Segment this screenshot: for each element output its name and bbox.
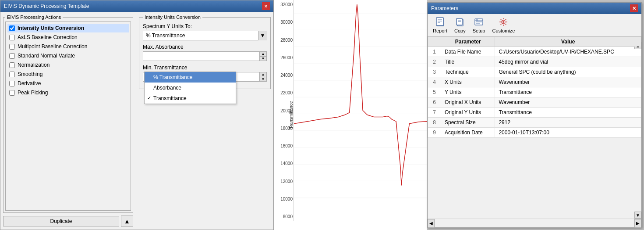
checkbox-item-cb7[interactable]: Derivative	[7, 79, 129, 88]
spectrum-y-select-wrapper: % Transmittance Absorbance Transmittance…	[143, 31, 267, 40]
checkbox-cb3[interactable]	[9, 44, 15, 50]
table-row: 6Original X UnitsWavenumber	[428, 97, 641, 108]
max-absorbance-down-btn[interactable]: ▼	[260, 57, 266, 61]
col-parameter-header: Parameter	[441, 37, 495, 47]
params-title-bar: Parameters ✕	[428, 3, 641, 14]
checkbox-cb8[interactable]	[9, 90, 15, 96]
chart-area: 3200030000280002600024000220002000018000…	[274, 0, 427, 230]
row-value: C:/Users/Usuario/Desktop/UV-IR/CHEXANE.S…	[495, 47, 641, 57]
dropdown-item[interactable]: Transmittance	[145, 93, 236, 104]
y-axis-label: 26000	[275, 55, 293, 60]
y-axis-label: 22000	[275, 90, 293, 95]
row-parameter: Spectral Size	[441, 118, 495, 128]
report-svg-icon	[435, 17, 445, 27]
min-transmittance-up-btn[interactable]: ▲	[260, 72, 266, 77]
copy-label: Copy	[454, 28, 466, 33]
col-value-header: Value	[495, 37, 641, 47]
checkbox-item-cb3[interactable]: Multipoint Baseline Correction	[7, 42, 129, 51]
checkbox-cb6[interactable]	[9, 72, 15, 77]
y-axis-label: 8000	[275, 214, 293, 219]
col-num-header	[428, 37, 441, 47]
dropdown-item[interactable]: % Transmittance	[145, 72, 236, 83]
section-legend: EIViS Processing Actions	[5, 14, 63, 20]
duplicate-button[interactable]: Duplicate	[3, 216, 119, 226]
bottom-buttons: Duplicate ▲	[3, 216, 133, 227]
row-parameter: Acquisition Date	[441, 128, 495, 138]
customize-icon	[498, 17, 509, 27]
row-value: Transmittance	[495, 87, 641, 97]
row-value: Transmittance	[495, 108, 641, 118]
checkbox-item-cb4[interactable]: Standard Normal Variate	[7, 51, 129, 60]
checkbox-cb2[interactable]	[9, 35, 15, 40]
scroll-left-button[interactable]: ◀	[428, 219, 435, 228]
window-close-button[interactable]: ×	[262, 2, 270, 10]
row-parameter: Original X Units	[441, 97, 495, 108]
checkbox-item-cb6[interactable]: Smoothing	[7, 70, 129, 79]
row-parameter: X Units	[441, 77, 495, 87]
checkbox-cb4[interactable]	[9, 53, 15, 59]
checkbox-cb1[interactable]	[9, 25, 15, 31]
move-up-button[interactable]: ▲	[121, 216, 133, 227]
up-arrow-icon: ▲	[124, 218, 130, 225]
report-button[interactable]: Report	[431, 16, 449, 34]
checkbox-cb5[interactable]	[9, 62, 15, 68]
copy-button[interactable]: Copy	[453, 16, 467, 34]
max-absorbance-spinner: 4.00 ▲ ▼	[143, 51, 267, 61]
processing-window: EIViS Dynamic Processing Template × EIVi…	[0, 0, 274, 230]
row-value: Wavenumber	[495, 97, 641, 108]
checkbox-label-cb8: Peak Picking	[18, 90, 48, 96]
customize-label: Customize	[492, 28, 515, 33]
y-axis-label: 14000	[275, 161, 293, 166]
svg-rect-16	[436, 18, 443, 25]
row-number: 2	[428, 57, 441, 67]
table-row: 9Acquisition Date2000-01-10T13:07:00	[428, 128, 641, 138]
customize-button[interactable]: Customize	[490, 16, 517, 34]
checkbox-label-cb6: Smoothing	[18, 71, 42, 77]
spectrum-y-label: Spectrum Y Units To:	[143, 23, 267, 29]
table-row: 8Spectral Size2912	[428, 118, 641, 128]
report-label: Report	[433, 28, 447, 33]
svg-line-38	[506, 19, 506, 20]
parameters-window: Parameters ✕ Report	[427, 2, 642, 228]
checkbox-cb7[interactable]	[9, 81, 15, 86]
checkbox-label-cb4: Standard Normal Variate	[18, 53, 75, 59]
row-parameter: Original Y Units	[441, 108, 495, 118]
setup-button[interactable]: Setup	[471, 16, 487, 34]
max-absorbance-input[interactable]: 4.00	[143, 52, 259, 61]
checkbox-item-cb1[interactable]: Intensity Units Conversion	[7, 24, 129, 32]
dropdown-item[interactable]: Absorbance	[145, 83, 236, 93]
min-transmittance-label: Min. Transmittance	[143, 65, 267, 71]
svg-rect-26	[476, 20, 478, 21]
table-row: 7Original Y UnitsTransmittance	[428, 108, 641, 118]
checkbox-item-cb5[interactable]: Normalization	[7, 61, 129, 69]
setup-svg-icon	[474, 17, 484, 27]
min-transmittance-down-btn[interactable]: ▼	[260, 77, 266, 82]
spectrum-y-select[interactable]: % Transmittance Absorbance Transmittance	[143, 31, 267, 40]
table-row: 2Title45deg mirror and vial	[428, 57, 641, 67]
y-axis-label: 10000	[275, 197, 293, 201]
y-axis-label: 24000	[275, 73, 293, 78]
customize-svg-icon	[499, 17, 508, 27]
params-close-button[interactable]: ✕	[630, 4, 638, 12]
checkbox-item-cb8[interactable]: Peak Picking	[7, 88, 129, 97]
checkbox-item-cb2[interactable]: AsLS Baseline Correction	[7, 33, 129, 42]
left-panel: EIViS Processing Actions Intensity Units…	[0, 12, 136, 230]
right-panel: Intensity Units Conversion Spectrum Y Un…	[136, 12, 273, 230]
horizontal-scrollbar[interactable]	[435, 220, 633, 227]
table-row: 1Data File NameC:/Users/Usuario/Desktop/…	[428, 47, 641, 57]
setup-icon	[474, 17, 484, 27]
params-title: Parameters	[431, 5, 458, 11]
params-toolbar: Report Copy	[428, 14, 641, 36]
max-absorbance-up-btn[interactable]: ▲	[260, 52, 266, 57]
scroll-right-button[interactable]: ▶	[634, 219, 641, 228]
params-bottom-bar: ◀ ▶	[428, 219, 641, 227]
max-absorbance-group: Max. Absorbance 4.00 ▲ ▼	[143, 44, 267, 61]
svg-rect-28	[476, 23, 480, 24]
scroll-down-button[interactable]: ▼	[634, 212, 641, 219]
svg-rect-27	[476, 22, 482, 22]
params-table-container[interactable]: Parameter Value 1Data File NameC:/Users/…	[428, 36, 641, 222]
dropdown-overlay: % TransmittanceAbsorbanceTransmittance	[144, 72, 236, 104]
row-parameter: Title	[441, 57, 495, 67]
window-title-bar: EIViS Dynamic Processing Template ×	[0, 0, 273, 12]
conversion-title: Intensity Units Conversion	[143, 14, 202, 20]
